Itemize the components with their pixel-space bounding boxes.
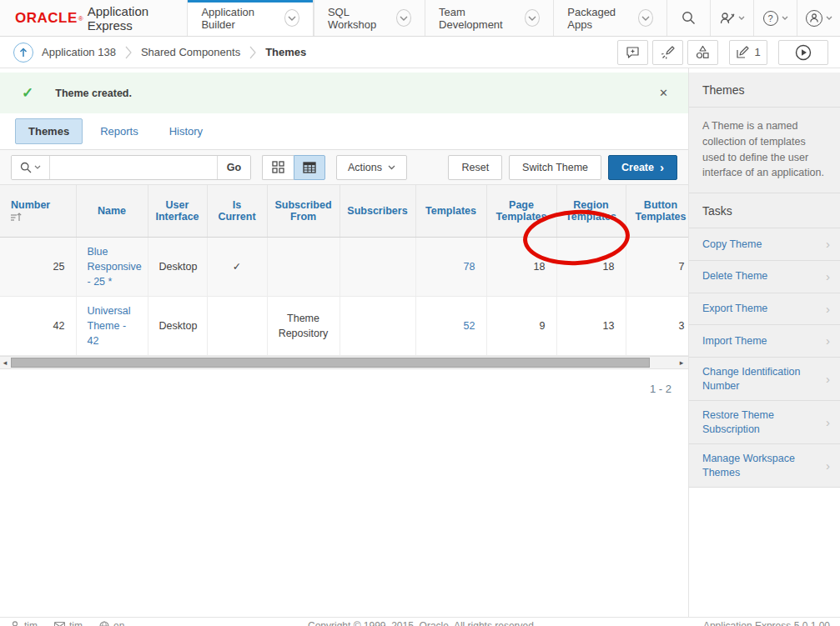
column-header-user-interface[interactable]: User Interface bbox=[148, 185, 207, 237]
app-logo: ORACLE ® Application Express bbox=[0, 0, 187, 36]
task-item-export-theme[interactable]: Export Theme › bbox=[689, 293, 840, 326]
person-icon bbox=[10, 621, 20, 626]
account-button[interactable] bbox=[797, 0, 840, 36]
tab-themes[interactable]: Themes bbox=[15, 118, 83, 144]
nav-tab-label: Team Development bbox=[439, 6, 517, 31]
task-item-restore-theme-subscription[interactable]: Restore Theme Subscription › bbox=[689, 401, 840, 444]
column-header-is-current[interactable]: Is Current bbox=[207, 185, 267, 237]
page-action-buttons: 1 bbox=[617, 40, 832, 65]
cell-subscribed-from: Theme Repository bbox=[267, 296, 340, 355]
actions-label: Actions bbox=[348, 162, 382, 173]
column-header-number[interactable]: Number bbox=[0, 185, 76, 237]
column-header-region-templates[interactable]: Region Templates bbox=[556, 185, 626, 237]
sidebar-description: A Theme is a named collection of templat… bbox=[689, 108, 840, 193]
cell-name: Blue Responsive - 25 * bbox=[76, 237, 148, 296]
administration-button[interactable] bbox=[710, 0, 753, 36]
reset-button[interactable]: Reset bbox=[448, 155, 502, 180]
product-name: Application Express bbox=[88, 4, 171, 33]
chevron-down-icon bbox=[34, 165, 41, 169]
tab-reports[interactable]: Reports bbox=[100, 125, 138, 138]
edit-page-icon bbox=[736, 46, 749, 59]
success-notification: ✓ Theme created. ✕ bbox=[0, 73, 688, 113]
help-icon: ? bbox=[763, 11, 778, 26]
grid-view-icon bbox=[272, 161, 284, 173]
chevron-down-icon[interactable] bbox=[396, 9, 411, 27]
cell-button-templates: 7 bbox=[626, 237, 688, 296]
nav-tab-label: SQL Workshop bbox=[328, 6, 389, 31]
nav-tab-label: Application Builder bbox=[201, 6, 277, 31]
close-notification-button[interactable]: ✕ bbox=[659, 87, 668, 99]
breadcrumb-item-application[interactable]: Application 138 bbox=[42, 46, 116, 58]
cell-number: 25 bbox=[0, 237, 76, 296]
search-button[interactable] bbox=[666, 0, 710, 36]
chevron-right-icon: › bbox=[826, 414, 830, 431]
run-page-button[interactable] bbox=[778, 40, 828, 65]
chevron-right-icon: › bbox=[660, 161, 664, 173]
horizontal-scrollbar[interactable]: ◂ ▸ bbox=[0, 356, 688, 369]
search-dropdown-button[interactable] bbox=[12, 156, 50, 179]
cell-user-interface: Desktop bbox=[148, 237, 207, 296]
chevron-down-icon[interactable] bbox=[284, 9, 299, 27]
chevron-down-icon[interactable] bbox=[638, 9, 653, 27]
sort-ascending-icon bbox=[11, 213, 69, 222]
spotlight-search-button[interactable] bbox=[652, 40, 683, 65]
chevron-right-icon: › bbox=[826, 458, 830, 474]
column-header-page-templates[interactable]: Page Templates bbox=[486, 185, 556, 237]
column-header-subscribed-from[interactable]: Subscribed From bbox=[267, 185, 340, 237]
nav-tab-packaged-apps[interactable]: Packaged Apps bbox=[553, 0, 666, 36]
breadcrumb-item-shared-components[interactable]: Shared Components bbox=[141, 46, 240, 58]
tasks-title: Tasks bbox=[689, 193, 840, 228]
shared-components-button[interactable] bbox=[687, 40, 718, 65]
scroll-left-arrow[interactable]: ◂ bbox=[0, 357, 10, 368]
cell-subscribers bbox=[340, 237, 415, 296]
chevron-down-icon bbox=[826, 16, 832, 20]
column-header-button-templates[interactable]: Button Templates bbox=[626, 185, 688, 237]
nav-tab-sql-workshop[interactable]: SQL Workshop bbox=[314, 0, 425, 36]
report-view-icon bbox=[303, 162, 316, 173]
cell-is-current: ✓ bbox=[207, 237, 267, 296]
column-header-subscribers[interactable]: Subscribers bbox=[340, 185, 415, 237]
nav-tab-application-builder[interactable]: Application Builder bbox=[187, 0, 314, 36]
templates-link[interactable]: 78 bbox=[464, 261, 475, 273]
scroll-right-arrow[interactable]: ▸ bbox=[677, 357, 687, 368]
search-input[interactable] bbox=[50, 156, 217, 179]
page-tabs: Themes Reports History bbox=[0, 113, 688, 150]
feedback-button[interactable] bbox=[617, 40, 648, 65]
chevron-down-icon bbox=[738, 16, 745, 20]
task-item-manage-workspace-themes[interactable]: Manage Workspace Themes › bbox=[689, 444, 840, 487]
task-item-change-identification-number[interactable]: Change Identification Number › bbox=[689, 358, 840, 401]
up-arrow-button[interactable] bbox=[13, 43, 33, 63]
page-footer: tim tim en Copyright © 1999, 2015, Oracl… bbox=[0, 617, 840, 626]
theme-link[interactable]: Blue Responsive - 25 * bbox=[88, 246, 142, 288]
nav-tab-team-development[interactable]: Team Development bbox=[425, 0, 553, 36]
help-button[interactable]: ? bbox=[753, 0, 797, 36]
switch-theme-button[interactable]: Switch Theme bbox=[509, 155, 601, 180]
breadcrumb-item-themes: Themes bbox=[265, 46, 306, 58]
oracle-logo: ORACLE bbox=[15, 10, 78, 27]
toolbar-right-buttons: Reset Switch Theme Create › bbox=[448, 155, 677, 180]
create-button[interactable]: Create › bbox=[608, 155, 677, 180]
go-button[interactable]: Go bbox=[217, 156, 250, 179]
notification-message: Theme created. bbox=[55, 88, 132, 99]
topbar-icon-buttons: ? bbox=[666, 0, 840, 36]
column-header-templates[interactable]: Templates bbox=[415, 185, 486, 237]
theme-link[interactable]: Universal Theme - 42 bbox=[88, 305, 131, 347]
icon-view-button[interactable] bbox=[262, 155, 294, 180]
report-view-button[interactable] bbox=[294, 155, 325, 180]
search-bar: Go bbox=[11, 155, 251, 180]
breadcrumb-bar: Application 138 Shared Components Themes bbox=[0, 37, 840, 68]
scrollbar-thumb[interactable] bbox=[11, 358, 650, 368]
templates-link[interactable]: 52 bbox=[464, 320, 475, 332]
tab-history[interactable]: History bbox=[169, 125, 203, 138]
chevron-down-icon[interactable] bbox=[525, 9, 540, 27]
footer-version: Application Express 5.0.1.00 bbox=[703, 620, 830, 626]
footer-language: en bbox=[99, 620, 124, 626]
task-item-delete-theme[interactable]: Delete Theme › bbox=[689, 261, 840, 293]
edit-page-button[interactable]: 1 bbox=[729, 40, 767, 65]
actions-menu-button[interactable]: Actions bbox=[336, 155, 407, 180]
task-item-copy-theme[interactable]: Copy Theme › bbox=[689, 228, 840, 261]
cell-button-templates: 3 bbox=[626, 296, 688, 355]
cell-subscribed-from bbox=[267, 237, 340, 296]
column-header-name[interactable]: Name bbox=[76, 185, 148, 237]
task-item-import-theme[interactable]: Import Theme › bbox=[689, 325, 840, 358]
